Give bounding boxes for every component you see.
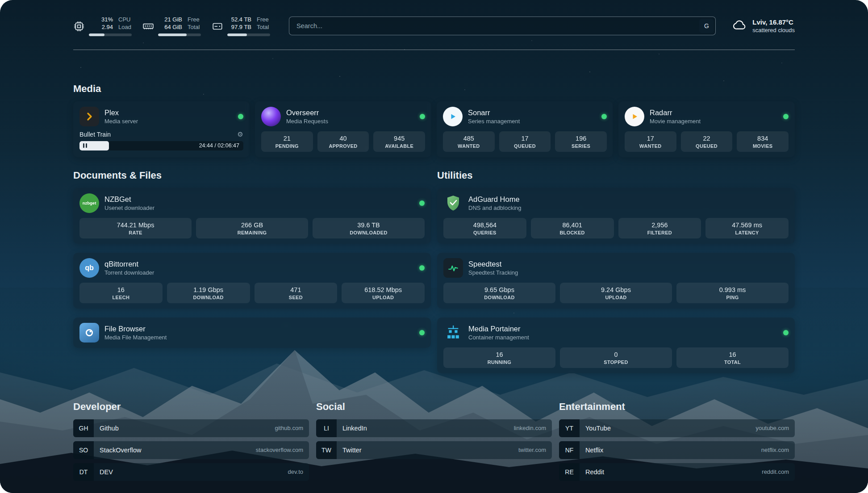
service-card-sonarr[interactable]: Sonarr Series management 485WANTED 17QUE… (437, 101, 613, 157)
bookmark-netflix[interactable]: NF Netflix netflix.com (559, 441, 795, 459)
status-dot (419, 265, 425, 271)
service-card-qbittorrent[interactable]: qb qBittorrent Torrent downloader 16LEEC… (73, 253, 431, 309)
bookmark-abbr: NF (559, 441, 580, 459)
pause-icon (83, 143, 87, 148)
search-engine-button[interactable]: G (699, 19, 714, 33)
metric-cpu-readout: 31%CPU 2.94Load (89, 16, 132, 36)
bookmark-group-title: Entertainment (559, 401, 795, 413)
bookmark-youtube[interactable]: YT YouTube youtube.com (559, 419, 795, 437)
stat-label: DOWNLOADED (314, 230, 423, 235)
bookmark-name: DEV (94, 468, 113, 476)
gear-icon[interactable]: ⚙ (238, 131, 243, 138)
bookmark-group-title: Developer (73, 401, 309, 413)
stat-pending: 21PENDING (261, 131, 313, 152)
radarr-icon (625, 107, 644, 126)
stat-queries: 498,564QUERIES (443, 218, 526, 238)
stat-value: 16 (445, 351, 554, 358)
bookmark-twitter[interactable]: TW Twitter twitter.com (316, 441, 552, 459)
section-title-documents: Documents & Files (73, 170, 431, 181)
stat-value: 0 (562, 351, 670, 358)
stat-value: 744.21 Mbps (81, 221, 190, 229)
service-card-portainer[interactable]: Media Portainer Container management 16R… (437, 318, 795, 373)
service-name: Media Portainer (468, 325, 529, 333)
stat-upload: 618.52 MbpsUPLOAD (342, 283, 425, 303)
bookmark-name: StackOverflow (94, 447, 141, 454)
stat-wanted: 485WANTED (443, 131, 495, 152)
bookmark-url: twitter.com (518, 447, 552, 453)
stat-value: 47.569 ms (707, 221, 787, 229)
service-card-overseerr[interactable]: Overseerr Media Requests 21PENDING 40APP… (255, 101, 431, 157)
bookmark-stackoverflow[interactable]: SO StackOverflow stackoverflow.com (73, 441, 309, 459)
stat-value: 498,564 (445, 221, 525, 229)
nzbget-icon-text: nzbget (83, 201, 96, 205)
service-card-nzbget[interactable]: nzbget NZBGet Usenet downloader 744.21 M… (73, 188, 431, 244)
stat-label: MOVIES (739, 143, 787, 149)
stat-label: AVAILABLE (375, 143, 423, 149)
stat-label: RATE (81, 230, 190, 235)
status-dot (419, 201, 425, 206)
stat-latency: 47.569 msLATENCY (705, 218, 789, 238)
search-bar: G (289, 17, 716, 35)
service-description: Torrent downloader (104, 269, 154, 276)
service-card-filebrowser[interactable]: File Browser Media File Management (73, 318, 431, 348)
service-card-radarr[interactable]: Radarr Movie management 17WANTED 22QUEUE… (618, 101, 795, 157)
section-title-media: Media (73, 83, 795, 95)
bookmark-url: linkedin.com (514, 425, 552, 431)
stat-value: 834 (739, 135, 787, 142)
bookmark-github[interactable]: GH Github github.com (73, 419, 309, 437)
bookmark-url: dev.to (288, 468, 309, 475)
metric-cpu: 31%CPU 2.94Load (73, 16, 132, 36)
playback-progress-bar[interactable]: 24:44 / 02:06:47 (79, 141, 243, 150)
bookmark-dev[interactable]: DT DEV dev.to (73, 463, 309, 481)
overseerr-icon (261, 107, 281, 126)
bookmark-url: reddit.com (762, 468, 795, 475)
stat-value: 266 GB (198, 221, 306, 229)
service-description: Media server (104, 118, 138, 125)
bookmark-url: github.com (275, 425, 309, 431)
bookmark-linkedin[interactable]: LI LinkedIn linkedin.com (316, 419, 552, 437)
cpu-usage-bar (89, 33, 132, 36)
status-dot (238, 114, 243, 119)
stat-value: 40 (319, 135, 367, 142)
stat-value: 485 (445, 135, 493, 142)
service-card-speedtest[interactable]: Speedtest Speedtest Tracking 9.65 GbpsDO… (437, 253, 795, 309)
filebrowser-icon (79, 323, 99, 343)
cpu-load-label: Load (118, 24, 131, 31)
weather-location: Lviv, 16.87°C (752, 18, 795, 26)
stat-label: SERIES (557, 143, 605, 149)
stat-label: BLOCKED (533, 230, 612, 235)
service-card-plex[interactable]: Plex Media server Bullet Train ⚙ 24:44 /… (73, 101, 250, 157)
bookmark-reddit[interactable]: RE Reddit reddit.com (559, 463, 795, 481)
top-bar: 31%CPU 2.94Load 21 GiBFree 64 Gi (73, 16, 795, 36)
stat-value: 2,956 (620, 221, 700, 229)
stat-value: 17 (501, 135, 549, 142)
service-description: DNS and adblocking (468, 205, 522, 211)
search-input[interactable] (289, 17, 716, 35)
status-dot (419, 330, 425, 335)
cpu-usage-label: CPU (118, 16, 130, 24)
qbittorrent-icon-text: qb (85, 264, 94, 272)
stat-running: 16RUNNING (443, 347, 555, 368)
service-card-adguard[interactable]: AdGuard Home DNS and adblocking 498,564Q… (437, 188, 795, 244)
stat-label: SEED (256, 295, 336, 300)
stat-label: QUEUED (683, 143, 731, 149)
sonarr-icon (443, 107, 463, 126)
stat-value: 86,401 (533, 221, 612, 229)
bookmark-name: Reddit (580, 468, 604, 476)
bookmark-name: Github (94, 425, 119, 432)
disk-free-label: Free (257, 16, 269, 24)
stat-label: APPROVED (319, 143, 367, 149)
bookmark-abbr: TW (316, 441, 337, 459)
service-name: AdGuard Home (468, 195, 522, 204)
disk-usage-bar (227, 33, 270, 36)
stat-label: PENDING (263, 143, 311, 149)
stat-label: DOWNLOAD (445, 295, 554, 300)
stat-downloaded: 39.6 TBDOWNLOADED (313, 218, 425, 238)
stat-label: FILTERED (620, 230, 700, 235)
stat-label: QUEUED (501, 143, 549, 149)
stat-remaining: 266 GBREMAINING (196, 218, 308, 238)
stat-movies: 834MOVIES (737, 131, 789, 152)
stat-label: WANTED (626, 143, 675, 149)
system-metrics: 31%CPU 2.94Load 21 GiBFree 64 Gi (73, 16, 270, 36)
service-name: Plex (104, 109, 138, 117)
